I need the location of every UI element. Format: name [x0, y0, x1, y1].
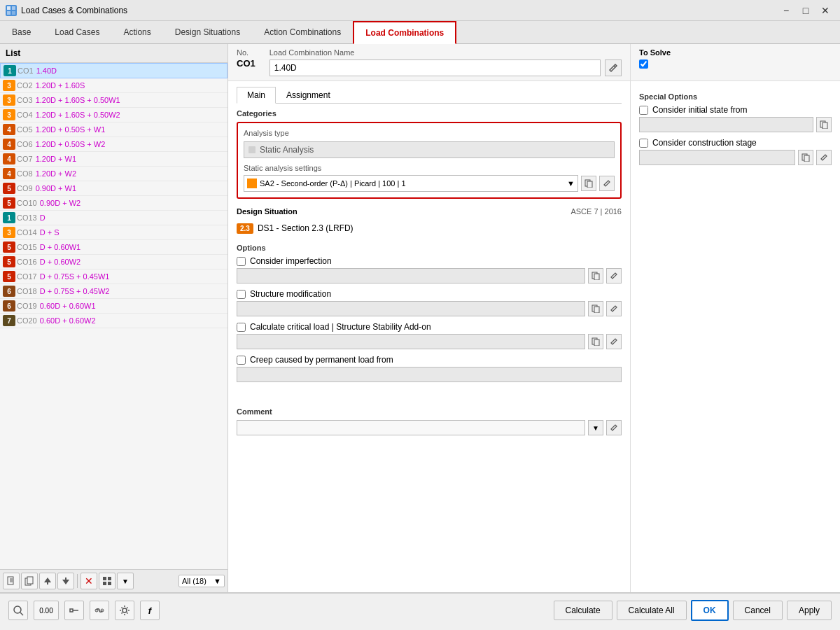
comment-dropdown-btn[interactable]: ▼ [588, 420, 603, 435]
construction-stage-edit-btn[interactable] [816, 150, 832, 165]
minimize-button[interactable]: − [777, 1, 795, 20]
to-solve-checkbox[interactable] [639, 59, 648, 69]
settings-button[interactable] [115, 601, 134, 620]
list-item[interactable]: 5 CO9 0.90D + W1 [0, 181, 227, 196]
snap-button[interactable] [64, 601, 84, 620]
list-item[interactable]: 4 CO5 1.20D + 0.50S + W1 [0, 122, 227, 137]
imperfection-checkbox[interactable] [237, 257, 246, 266]
badge: 5 [3, 197, 15, 209]
list-item[interactable]: 5 CO15 D + 0.60W1 [0, 240, 227, 255]
list-item[interactable]: 6 CO18 D + 0.75S + 0.45W2 [0, 284, 227, 299]
list-item[interactable]: 3 CO2 1.20D + 1.60S [0, 78, 227, 93]
coords-button[interactable]: 0.00 [34, 601, 59, 620]
list-item[interactable]: 5 CO16 D + 0.60W2 [0, 255, 227, 270]
tab-actions[interactable]: Actions [111, 21, 162, 43]
ds-value: DS1 - Section 2.3 (LRFD) [258, 223, 354, 233]
critical-load-copy-btn[interactable] [588, 334, 603, 349]
svg-rect-9 [27, 577, 33, 584]
initial-state-checkbox[interactable] [639, 106, 648, 115]
options-heading: Options [237, 244, 622, 252]
categories-heading: Categories [237, 109, 622, 118]
ok-button[interactable]: OK [691, 600, 729, 621]
co-label: CO7 [17, 155, 33, 163]
sa-edit-button[interactable] [599, 176, 615, 191]
calculate-button[interactable]: Calculate [554, 601, 612, 620]
imperfection-input [237, 268, 585, 284]
list-item[interactable]: 5 CO17 D + 0.75S + 0.45W1 [0, 270, 227, 284]
critical-load-label: Calculate critical load | Structure Stab… [250, 322, 431, 332]
comment-input[interactable] [237, 420, 585, 435]
delete-button[interactable]: ✕ [80, 573, 97, 589]
co-label: CO18 [17, 287, 37, 295]
tab-load-combinations[interactable]: Load Combinations [353, 21, 456, 44]
copy-button[interactable] [21, 573, 38, 589]
up-button[interactable] [39, 573, 56, 589]
co-value: 0.90D + W2 [40, 199, 80, 207]
construction-stage-copy-btn[interactable] [798, 150, 813, 165]
filter-dropdown[interactable]: All (18) ▼ [178, 575, 225, 587]
function-button[interactable]: f [140, 601, 160, 620]
list-item[interactable]: 7 CO20 0.60D + 0.60W2 [0, 314, 227, 328]
analysis-type-label: Analysis type [244, 129, 615, 137]
list-item[interactable]: 6 CO19 0.60D + 0.60W1 [0, 299, 227, 314]
badge: 5 [3, 241, 15, 253]
calculate-all-button[interactable]: Calculate All [617, 601, 687, 620]
option-input-row [237, 334, 622, 349]
cancel-button[interactable]: Cancel [733, 601, 783, 620]
sa-new-button[interactable] [581, 176, 596, 191]
new-button[interactable] [3, 573, 20, 589]
svg-marker-12 [62, 580, 69, 584]
list-item[interactable]: 1 CO13 D [0, 211, 227, 225]
list-item[interactable]: 3 CO3 1.20D + 1.60S + 0.50W1 [0, 93, 227, 108]
tab-action-combinations[interactable]: Action Combinations [252, 21, 353, 43]
structure-mod-edit-btn[interactable] [606, 301, 622, 316]
tab-main[interactable]: Main [237, 87, 276, 104]
close-button[interactable]: ✕ [816, 1, 834, 20]
list-item[interactable]: 5 CO10 0.90D + W2 [0, 196, 227, 211]
list-item[interactable]: 4 CO6 1.20D + 0.50S + W2 [0, 137, 227, 152]
svg-line-18 [614, 66, 615, 67]
expand-button[interactable]: ▼ [117, 573, 134, 589]
analysis-icon [248, 146, 255, 153]
comment-edit-btn[interactable] [606, 420, 622, 435]
maximize-button[interactable]: □ [797, 1, 815, 20]
list-item[interactable]: 4 CO7 1.20D + W1 [0, 152, 227, 167]
co-label: CO15 [17, 243, 37, 251]
creep-checkbox[interactable] [237, 356, 246, 365]
sa-dropdown[interactable]: SA2 - Second-order (P-Δ) | Picard | 100 … [244, 175, 578, 192]
apply-button[interactable]: Apply [787, 601, 832, 620]
name-input[interactable] [270, 59, 601, 76]
option-imperfection: Consider imperfection [237, 256, 622, 284]
bottom-buttons: Calculate Calculate All OK Cancel Apply [554, 600, 832, 621]
co-label: CO4 [17, 111, 33, 119]
link-button[interactable] [90, 601, 109, 620]
initial-state-input [639, 117, 813, 132]
special-option-construction-stage: Consider construction stage [639, 138, 832, 165]
tab-design-situations[interactable]: Design Situations [163, 21, 252, 43]
construction-stage-checkbox[interactable] [639, 139, 648, 148]
option-row: Calculate critical load | Structure Stab… [237, 322, 622, 332]
list-item[interactable]: 3 CO4 1.20D + 1.60S + 0.50W2 [0, 108, 227, 122]
critical-load-edit-btn[interactable] [606, 334, 622, 349]
list-item[interactable]: 1 CO1 1.40D [0, 63, 227, 78]
svg-rect-20 [587, 181, 592, 188]
svg-rect-15 [108, 577, 111, 580]
tab-load-cases[interactable]: Load Cases [43, 21, 111, 43]
tab-assignment[interactable]: Assignment [276, 87, 341, 103]
badge: 3 [3, 109, 15, 120]
structure-mod-copy-btn[interactable] [588, 301, 603, 316]
imperfection-edit-btn[interactable] [606, 268, 622, 284]
initial-state-copy-btn[interactable] [816, 117, 832, 132]
list-item[interactable]: 4 CO8 1.20D + W2 [0, 167, 227, 181]
down-button[interactable] [57, 573, 74, 589]
critical-load-checkbox[interactable] [237, 323, 246, 332]
co-label: CO20 [17, 316, 37, 325]
edit-name-button[interactable] [605, 59, 622, 76]
tab-base[interactable]: Base [0, 21, 43, 43]
structure-mod-checkbox[interactable] [237, 290, 246, 299]
list-item[interactable]: 3 CO14 D + S [0, 225, 227, 240]
search-icon-button[interactable] [8, 601, 28, 620]
imperfection-copy-btn[interactable] [588, 268, 603, 284]
co-value: 0.60D + 0.60W1 [40, 302, 96, 310]
view-toggle[interactable] [99, 573, 115, 589]
